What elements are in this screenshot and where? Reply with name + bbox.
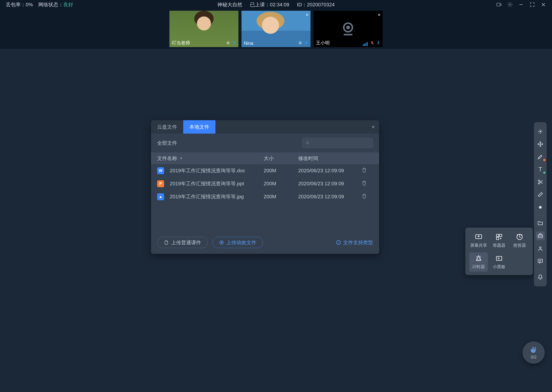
column-date[interactable]: 修改时间 bbox=[298, 155, 362, 162]
column-size[interactable]: 大小 bbox=[264, 155, 298, 162]
svg-point-12 bbox=[346, 26, 350, 29]
tab-cloud-files[interactable]: 云盘文件 bbox=[151, 120, 183, 133]
user[interactable] bbox=[536, 244, 545, 253]
close-tile-icon[interactable]: × bbox=[378, 12, 381, 18]
participant-name: 叮当老师 bbox=[172, 40, 190, 46]
file-type-icon: P bbox=[157, 180, 164, 187]
indicator-dot bbox=[543, 171, 545, 174]
scissors-icon bbox=[537, 179, 544, 185]
close-window-icon[interactable] bbox=[540, 2, 546, 7]
microphone-muted-icon[interactable] bbox=[370, 41, 375, 46]
file-name: 2019年工作汇报情况查询等等.doc bbox=[170, 167, 245, 174]
svg-point-33 bbox=[538, 180, 539, 181]
all-files-label: 全部文件 bbox=[157, 140, 177, 147]
visibility-icon[interactable] bbox=[298, 41, 302, 46]
participant-name: Nina bbox=[244, 41, 253, 46]
supported-types-link[interactable]: 文件支持类型 bbox=[336, 239, 373, 246]
user-icon bbox=[537, 245, 544, 252]
file-list: W 2019年工作汇报情况查询等等.doc 200M 2020/06/23 12… bbox=[151, 164, 379, 203]
tool-screen-share[interactable]: 屏幕共享 bbox=[469, 231, 488, 250]
toolbox-icon bbox=[537, 232, 544, 239]
tool-blackboard[interactable]: 小黑板 bbox=[490, 252, 508, 272]
speaker-icon[interactable] bbox=[376, 41, 381, 46]
hand-icon bbox=[529, 345, 538, 354]
svg-line-17 bbox=[308, 144, 309, 144]
screen-share-icon bbox=[475, 233, 483, 241]
bell[interactable] bbox=[536, 273, 545, 281]
chat[interactable] bbox=[536, 257, 545, 266]
svg-point-32 bbox=[540, 131, 541, 132]
search-field[interactable] bbox=[312, 140, 369, 146]
tool-label: 答题器 bbox=[493, 243, 505, 248]
close-tile-icon[interactable]: × bbox=[306, 12, 309, 18]
tool-responder[interactable]: 抢答器 bbox=[510, 231, 529, 250]
file-date: 2020/06/23 12:09:09 bbox=[298, 194, 362, 200]
visibility-icon[interactable] bbox=[226, 41, 230, 46]
minimize-icon[interactable] bbox=[518, 2, 524, 7]
file-size: 200M bbox=[264, 194, 298, 200]
table-row[interactable]: ▲ 2019年工作汇报情况查询等等.jpg 200M 2020/06/23 12… bbox=[151, 190, 379, 203]
text[interactable] bbox=[536, 165, 545, 174]
color-picker[interactable] bbox=[536, 203, 545, 212]
network-status: 网络状态：良好 bbox=[38, 1, 73, 8]
svg-rect-7 bbox=[234, 41, 235, 43]
dialog-tabs: 云盘文件 本地文件 × bbox=[151, 120, 379, 133]
search-input[interactable] bbox=[302, 138, 373, 148]
dialog-close-icon[interactable]: × bbox=[371, 124, 375, 130]
tab-local-files[interactable]: 本地文件 bbox=[183, 120, 215, 133]
participant-name: 王小明 bbox=[316, 40, 330, 46]
svg-point-6 bbox=[228, 42, 229, 43]
svg-rect-26 bbox=[496, 237, 499, 240]
settings-icon[interactable] bbox=[507, 2, 513, 7]
eraser[interactable] bbox=[536, 190, 545, 199]
column-name[interactable]: 文件名称 ▼ bbox=[157, 155, 264, 162]
move-icon bbox=[537, 141, 544, 147]
packet-loss: 丢包率：0% bbox=[6, 1, 33, 8]
record-icon[interactable] bbox=[496, 2, 502, 7]
course-name: 神秘大自然 bbox=[217, 1, 242, 8]
video-tile[interactable]: 叮当老师 bbox=[169, 11, 239, 47]
upload-normal-button[interactable]: 上传普通课件 bbox=[157, 237, 208, 248]
video-strip: 叮当老师 × Nina × 王小明 bbox=[0, 9, 552, 49]
file-date: 2020/06/23 12:09:09 bbox=[298, 168, 362, 174]
laser-pointer[interactable] bbox=[536, 127, 545, 136]
toolbox[interactable] bbox=[536, 231, 545, 240]
video-tile[interactable]: × 王小明 bbox=[313, 11, 383, 47]
eraser-icon bbox=[537, 191, 544, 198]
move[interactable] bbox=[536, 140, 545, 148]
laser-pointer-icon bbox=[537, 128, 544, 135]
svg-point-37 bbox=[539, 247, 541, 249]
delete-icon[interactable] bbox=[362, 193, 367, 199]
raise-hand-button[interactable]: 0/2 bbox=[523, 342, 545, 364]
scissors[interactable] bbox=[536, 178, 545, 186]
svg-point-16 bbox=[306, 142, 309, 144]
file-type-icon: ▲ bbox=[157, 193, 164, 200]
file-size: 200M bbox=[264, 181, 298, 187]
svg-point-29 bbox=[517, 235, 518, 235]
camera-off-icon bbox=[340, 20, 357, 37]
pen[interactable] bbox=[536, 152, 545, 161]
svg-rect-25 bbox=[500, 234, 502, 237]
folder[interactable] bbox=[536, 219, 545, 228]
tool-answer-machine[interactable]: 答题器 bbox=[490, 231, 508, 250]
delete-icon[interactable] bbox=[362, 167, 367, 173]
table-row[interactable]: W 2019年工作汇报情况查询等等.doc 200M 2020/06/23 12… bbox=[151, 164, 379, 177]
delete-icon[interactable] bbox=[362, 180, 367, 186]
svg-point-30 bbox=[521, 235, 522, 235]
svg-point-34 bbox=[538, 183, 539, 184]
upload-anim-button[interactable]: 上传动效文件 bbox=[212, 237, 263, 248]
microphone-icon[interactable] bbox=[304, 41, 309, 46]
video-tile[interactable]: × Nina bbox=[241, 11, 311, 47]
table-row[interactable]: P 2019年工作汇报情况查询等等.ppt 200M 2020/06/23 12… bbox=[151, 177, 379, 190]
file-size: 200M bbox=[264, 168, 298, 174]
fullscreen-icon[interactable] bbox=[529, 2, 535, 7]
tool-timer[interactable]: 计时器 bbox=[469, 252, 488, 272]
indicator-dot bbox=[543, 159, 545, 161]
microphone-icon[interactable] bbox=[232, 41, 237, 46]
search-icon bbox=[306, 140, 310, 146]
bell-icon bbox=[537, 274, 544, 280]
table-header: 文件名称 ▼ 大小 修改时间 bbox=[151, 152, 379, 164]
tool-label: 计时器 bbox=[472, 264, 485, 270]
tool-label: 屏幕共享 bbox=[470, 243, 487, 248]
sort-indicator-icon: ▼ bbox=[179, 156, 183, 161]
